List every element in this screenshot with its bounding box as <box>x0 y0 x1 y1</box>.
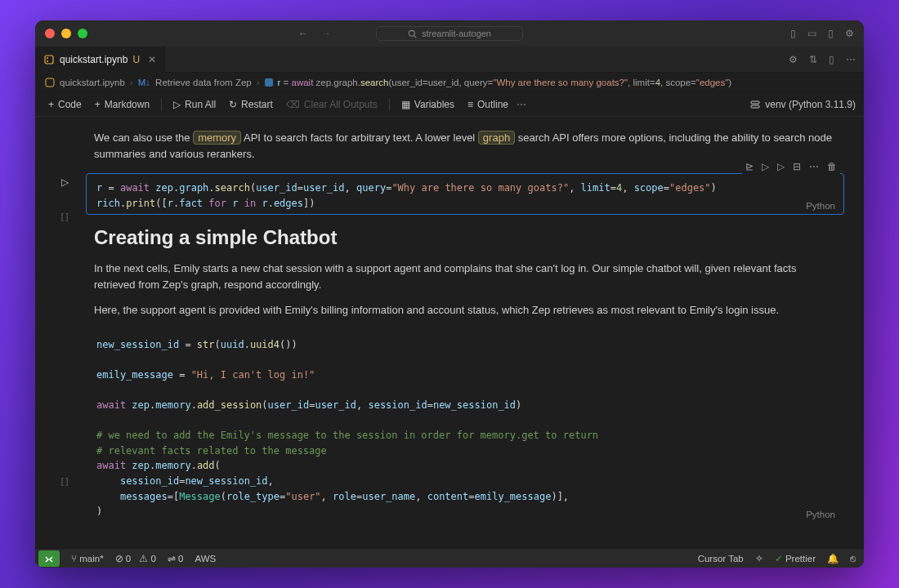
scrollbar-thumb[interactable] <box>856 394 862 434</box>
layout-icon[interactable]: ⚙ <box>845 28 854 39</box>
error-count: ⊘ 0 <box>115 553 132 564</box>
markdown-cell: We can also use the memory API to search… <box>35 130 854 162</box>
clear-outputs-button[interactable]: ⌫Clear All Outputs <box>281 97 382 112</box>
execute-above-icon[interactable]: ▷ <box>762 161 769 172</box>
git-branch[interactable]: ⑂ main* <box>71 554 104 564</box>
tab-bar: quickstart.ipynb U ✕ ⚙ ⇅ ▯ ⋯ <box>35 47 864 73</box>
tab-quickstart[interactable]: quickstart.ipynb U ✕ <box>35 47 165 73</box>
titlebar: ← → streamlit-autogen ▯ ▭ ▯ ⚙ <box>35 20 864 47</box>
cell-toolbar: ⊵ ▷ ▷ ⊟ ⋯ 🗑 <box>742 159 840 174</box>
svg-rect-6 <box>265 78 273 87</box>
notebook-content[interactable]: We can also use the memory API to search… <box>35 117 864 548</box>
cell-language[interactable]: Python <box>806 201 835 211</box>
outline-icon: ≡ <box>467 99 473 110</box>
plus-icon: + <box>48 99 54 110</box>
run-cell-button[interactable]: ▷ <box>61 176 69 188</box>
svg-rect-8 <box>751 105 759 108</box>
close-window-button[interactable] <box>45 29 55 38</box>
run-by-line-icon[interactable]: ⊵ <box>745 161 754 172</box>
tab-actions: ⚙ ⇅ ▯ ⋯ <box>789 54 856 65</box>
variables-button[interactable]: ▦Variables <box>396 97 459 112</box>
tab-close-icon[interactable]: ✕ <box>148 54 156 65</box>
svg-rect-2 <box>45 56 53 64</box>
diff-icon[interactable]: ⇅ <box>809 54 817 65</box>
restart-button[interactable]: ↻Restart <box>224 97 278 112</box>
problems[interactable]: ⊘ 0 ⚠ 0 <box>115 553 156 564</box>
panel-left-icon[interactable]: ▯ <box>790 28 796 39</box>
clear-icon: ⌫ <box>286 99 300 110</box>
execute-below-icon[interactable]: ▷ <box>777 161 785 172</box>
maximize-window-button[interactable] <box>78 29 87 38</box>
breadcrumb-code: r = await zep.graph.search(user_id=user_… <box>278 78 732 87</box>
notebook-toolbar: +Code +Markdown ▷Run All ↻Restart ⌫Clear… <box>35 92 864 117</box>
svg-point-4 <box>47 60 48 62</box>
aws-status[interactable]: AWS <box>195 554 216 564</box>
settings-icon[interactable]: ⚙ <box>789 54 798 65</box>
breadcrumb[interactable]: quickstart.ipynb › M↓ Retrieve data from… <box>35 73 864 92</box>
more-icon[interactable]: ⋯ <box>846 54 856 65</box>
cell-language[interactable]: Python <box>806 510 835 519</box>
traffic-lights <box>45 29 87 38</box>
copilot-icon[interactable]: ✧ <box>755 553 763 564</box>
notebook-file-icon <box>43 54 55 65</box>
server-icon <box>750 100 760 109</box>
notifications-icon[interactable]: 🔔 <box>827 553 839 564</box>
cursor-tab[interactable]: Cursor Tab <box>698 554 744 564</box>
nav-forward-icon[interactable]: → <box>321 28 331 39</box>
panel-bottom-icon[interactable]: ▭ <box>807 28 816 39</box>
kernel-picker[interactable]: venv (Python 3.11.9) <box>750 99 856 110</box>
code-pill: graph <box>478 131 515 145</box>
cell-gutter: [ ] <box>45 330 84 523</box>
panel-right-icon[interactable]: ▯ <box>828 28 834 39</box>
titlebar-actions: ▯ ▭ ▯ ⚙ <box>790 28 854 39</box>
cell-gutter: ▷ [ ] <box>45 173 84 215</box>
breadcrumb-file: quickstart.ipynb <box>60 78 125 87</box>
tab-modified-indicator: U <box>132 54 140 65</box>
delete-cell-icon[interactable]: 🗑 <box>827 161 837 172</box>
more-cell-icon[interactable]: ⋯ <box>809 161 819 172</box>
add-markdown-button[interactable]: +Markdown <box>90 97 154 112</box>
svg-line-1 <box>414 35 417 38</box>
nav-back-icon[interactable]: ← <box>298 28 308 39</box>
svg-rect-5 <box>46 78 54 87</box>
svg-point-0 <box>409 30 414 36</box>
svg-point-3 <box>47 57 48 59</box>
minimize-window-button[interactable] <box>61 29 71 38</box>
code-cell[interactable]: ▷ [ ] ⊵ ▷ ▷ ⊟ ⋯ 🗑 r = await zep.graph.se… <box>45 173 844 215</box>
code-editor[interactable]: new_session_id = str(uuid.uuid4()) emily… <box>87 331 843 523</box>
prettier-status[interactable]: ✓ Prettier <box>775 553 816 564</box>
code-editor[interactable]: r = await zep.graph.search(user_id=user_… <box>87 174 843 214</box>
paragraph: In the next cells, Emily starts a new ch… <box>94 261 834 292</box>
markdown-cell: Creating a simple Chatbot In the next ce… <box>35 223 854 318</box>
more-actions-icon[interactable]: ⋯ <box>517 99 526 110</box>
command-center[interactable]: streamlit-autogen <box>376 26 523 41</box>
split-icon[interactable]: ▯ <box>829 54 834 65</box>
status-bar: ⑂ main* ⊘ 0 ⚠ 0 ⇌ 0 AWS Cursor Tab ✧ ✓ P… <box>35 548 864 568</box>
paragraph: Here, the support agent is provided with… <box>94 302 834 318</box>
remote-indicator[interactable] <box>38 550 60 567</box>
warning-count: ⚠ 0 <box>139 553 156 564</box>
execution-count: [ ] <box>61 477 68 486</box>
editor-window: ← → streamlit-autogen ▯ ▭ ▯ ⚙ quickstart… <box>35 20 864 568</box>
notebook-file-icon <box>45 78 55 87</box>
outline-button[interactable]: ≡Outline <box>463 97 513 112</box>
ports[interactable]: ⇌ 0 <box>168 553 184 564</box>
execution-count: [ ] <box>61 212 68 221</box>
restart-icon: ↻ <box>229 99 237 110</box>
chevron-right-icon: › <box>130 78 133 87</box>
chevron-right-icon: › <box>257 78 260 87</box>
add-code-button[interactable]: +Code <box>43 97 87 112</box>
remote-icon <box>43 553 55 564</box>
variables-icon: ▦ <box>401 99 410 110</box>
code-cell[interactable]: [ ] new_session_id = str(uuid.uuid4()) e… <box>45 330 844 523</box>
run-all-button[interactable]: ▷Run All <box>168 97 221 112</box>
code-pill: memory <box>193 131 241 145</box>
plus-icon: + <box>95 99 101 110</box>
split-cell-icon[interactable]: ⊟ <box>793 161 801 172</box>
section-heading: Creating a simple Chatbot <box>94 223 834 252</box>
svg-rect-7 <box>751 101 759 104</box>
run-all-icon: ▷ <box>173 99 181 110</box>
feedback-icon[interactable]: ⎋ <box>850 554 856 564</box>
nav-arrows: ← → <box>298 28 331 39</box>
tab-filename: quickstart.ipynb <box>60 54 127 65</box>
